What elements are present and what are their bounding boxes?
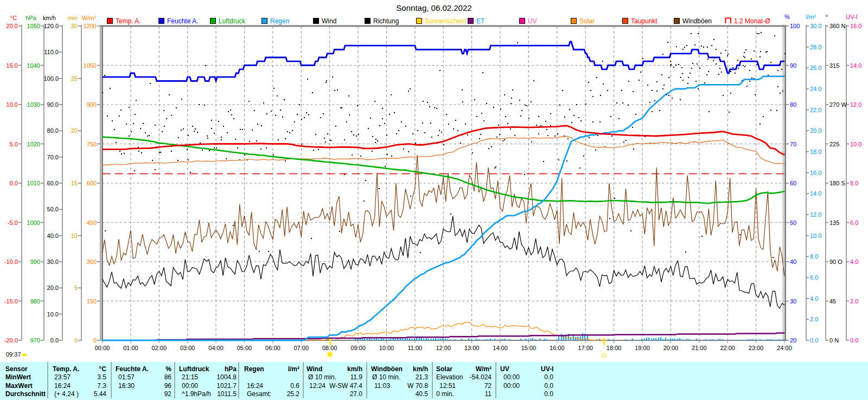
svg-text:80: 80 (790, 101, 796, 108)
svg-text:26.0: 26.0 (810, 64, 821, 71)
svg-text:W/m²: W/m² (82, 15, 97, 21)
svg-text:Regen: Regen (270, 17, 289, 25)
svg-text:16:24: 16:24 (247, 382, 263, 390)
svg-text:1011.5: 1011.5 (217, 390, 237, 398)
svg-text:km/h: km/h (43, 15, 56, 21)
svg-text:24.0: 24.0 (810, 86, 821, 92)
svg-text:27.0: 27.0 (350, 390, 363, 398)
svg-text:W/m²: W/m² (476, 365, 492, 373)
svg-text:10: 10 (71, 232, 78, 239)
svg-text:22.0: 22.0 (810, 107, 821, 113)
svg-text:0.0: 0.0 (544, 390, 553, 398)
svg-text:Luftdruck: Luftdruck (219, 17, 246, 25)
svg-text:21.3: 21.3 (416, 373, 429, 381)
svg-text:Ø 10 min.: Ø 10 min. (372, 373, 400, 381)
svg-text:1000: 1000 (27, 219, 40, 226)
svg-text:60.0: 60.0 (47, 180, 59, 186)
svg-text:min: min (68, 15, 78, 21)
svg-text:km/h: km/h (413, 365, 428, 373)
svg-text:11: 11 (485, 390, 492, 398)
svg-text:Regen: Regen (244, 365, 264, 373)
svg-text:Richtung: Richtung (373, 17, 399, 25)
svg-text:10:00: 10:00 (379, 345, 394, 351)
svg-text:5.0: 5.0 (10, 141, 18, 147)
svg-text:15.0: 15.0 (7, 62, 18, 69)
svg-text:06:00: 06:00 (265, 345, 280, 351)
svg-text:Temp. A.: Temp. A. (116, 17, 141, 25)
svg-text:40.5: 40.5 (416, 390, 429, 398)
svg-text:23:57: 23:57 (54, 373, 71, 381)
svg-text:20: 20 (790, 337, 796, 344)
svg-text:01:00: 01:00 (123, 345, 138, 351)
svg-text:°C: °C (10, 15, 17, 21)
svg-text:5.44: 5.44 (94, 390, 107, 398)
svg-text:900: 900 (87, 101, 97, 108)
svg-text:Feuchte A.: Feuchte A. (167, 17, 198, 25)
svg-text:40.0: 40.0 (47, 232, 59, 239)
svg-text:(+ 4.24 ): (+ 4.24 ) (54, 390, 79, 398)
svg-text:4.0: 4.0 (850, 258, 858, 265)
svg-text:Sonnenschein: Sonnenschein (425, 17, 466, 25)
svg-text:23:00: 23:00 (749, 345, 764, 351)
svg-text:km/h: km/h (347, 365, 362, 373)
svg-text:07:00: 07:00 (294, 345, 309, 351)
svg-text:225: 225 (829, 141, 839, 147)
svg-text:21:00: 21:00 (692, 345, 707, 351)
svg-text:600: 600 (87, 180, 97, 186)
svg-text:Solar: Solar (436, 365, 452, 373)
svg-text:14.0: 14.0 (850, 62, 861, 69)
svg-text:°: ° (826, 14, 828, 20)
svg-text:00:00: 00:00 (95, 345, 110, 351)
svg-text:180 S: 180 S (829, 180, 845, 186)
svg-text:MinWert: MinWert (5, 373, 31, 381)
svg-text:UV: UV (528, 17, 537, 25)
svg-text:30: 30 (790, 298, 796, 305)
svg-text:7.3: 7.3 (97, 382, 106, 390)
svg-text:%: % (165, 365, 171, 373)
svg-text:0.0: 0.0 (810, 337, 818, 344)
svg-text:8.0: 8.0 (850, 180, 858, 186)
svg-text:100: 100 (790, 23, 800, 29)
svg-text:0.0: 0.0 (544, 382, 553, 390)
svg-text:20: 20 (71, 127, 78, 134)
svg-text:02:00: 02:00 (152, 345, 167, 351)
svg-text:20:00: 20:00 (663, 345, 679, 351)
svg-text:Taupunkt: Taupunkt (631, 17, 658, 25)
svg-text:05:00: 05:00 (237, 345, 252, 351)
svg-text:86: 86 (164, 373, 172, 381)
svg-text:30.0: 30.0 (810, 23, 821, 29)
svg-text:1010: 1010 (27, 180, 40, 186)
svg-text:16.0: 16.0 (850, 23, 861, 29)
svg-text:Sensor: Sensor (5, 365, 28, 373)
svg-text:Luftdruck: Luftdruck (179, 365, 209, 373)
svg-text:l/m²: l/m² (806, 14, 816, 20)
svg-text:16:00: 16:00 (550, 345, 565, 351)
svg-text:20.0: 20.0 (47, 284, 59, 291)
svg-text:08:00: 08:00 (322, 345, 337, 351)
svg-text:72: 72 (484, 382, 492, 390)
svg-text:0: 0 (74, 337, 78, 344)
svg-text:10.0: 10.0 (850, 141, 861, 147)
svg-text:1050: 1050 (27, 23, 40, 29)
svg-text:18:00: 18:00 (607, 345, 622, 351)
svg-text:1020: 1020 (27, 141, 40, 147)
svg-text:12.0: 12.0 (810, 211, 821, 218)
svg-text:1021.7: 1021.7 (216, 382, 237, 390)
svg-text:-5.0: -5.0 (8, 219, 18, 226)
svg-text:15: 15 (71, 180, 78, 186)
svg-text:hPa: hPa (25, 15, 36, 21)
svg-text:-15.0: -15.0 (4, 298, 18, 305)
svg-text:Windböen: Windböen (371, 365, 403, 373)
svg-text:5: 5 (74, 284, 78, 291)
svg-text:00:00: 00:00 (503, 382, 520, 390)
svg-text:315: 315 (829, 62, 839, 69)
svg-text:12:24: 12:24 (309, 382, 326, 390)
svg-text:UV-I: UV-I (846, 14, 857, 20)
svg-text:03:00: 03:00 (180, 345, 195, 351)
svg-text:90.0: 90.0 (47, 101, 59, 108)
svg-text:UV-I: UV-I (541, 365, 553, 373)
svg-text:45: 45 (829, 298, 836, 305)
svg-text:l/m²: l/m² (288, 365, 299, 373)
svg-text:20.0: 20.0 (7, 23, 18, 29)
svg-text:Windböen: Windböen (682, 17, 712, 25)
